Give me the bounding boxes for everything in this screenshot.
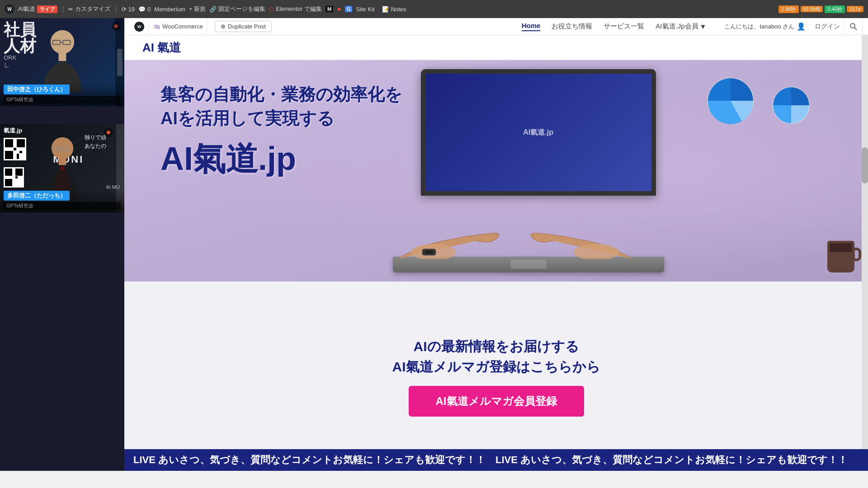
nav-services[interactable]: サービス一覧 bbox=[604, 22, 644, 31]
cta-line1: AIの最新情報をお届けする bbox=[392, 336, 600, 357]
live-badge: ライブ bbox=[37, 5, 57, 13]
customize-button[interactable]: ✏ カスタマイズ bbox=[68, 5, 110, 13]
coffee-cup-area bbox=[827, 241, 854, 272]
hero-section: 集客の自動化・業務の効率化を AIを活用して実現する AI氣道.jp bbox=[124, 60, 868, 282]
performance-badges: 2.96秒 69.9MB 0.40秒 317σ bbox=[778, 5, 863, 13]
bottom-ticker: LIVE あいさつ、気づき、質問などコメントお気軽に！シェアも歓迎です！！ LI… bbox=[124, 449, 868, 471]
video2-site-label: 氣道.jp bbox=[4, 127, 22, 135]
svg-line-11 bbox=[854, 28, 857, 30]
login-button[interactable]: ログイン bbox=[810, 18, 845, 35]
new-post-button[interactable]: + 新規 bbox=[189, 5, 206, 13]
nav-member[interactable]: AI氣道.Jp会員 ▼ bbox=[656, 22, 706, 31]
perf-speed-badge[interactable]: 0.40秒 bbox=[825, 5, 844, 13]
video-panel-1: 社員 人材 ORK し bbox=[0, 18, 124, 106]
perf-sigma-badge[interactable]: 317σ bbox=[847, 6, 863, 12]
edit-page-button[interactable]: 🔗 固定ページを編集 bbox=[209, 5, 265, 13]
video-name-bar-1: 田中啓之（ひろくん） GPTs研究会 bbox=[0, 83, 124, 106]
site-navigation: Home お役立ち情報 サービス一覧 AI氣道.Jp会員 ▼ bbox=[522, 22, 707, 31]
video-sidebar: 社員 人材 ORK し bbox=[0, 18, 124, 471]
content-area: W 🛍 WooCommerce ⊕ Duplicate Post Home bbox=[124, 18, 868, 471]
video-group-badge-1: GPTs研究会 bbox=[4, 96, 121, 103]
qr-code-1 bbox=[4, 138, 26, 160]
perf-memory-badge[interactable]: 69.9MB bbox=[801, 6, 823, 12]
user-greeting[interactable]: こんにちは、tanaboo さん 👤 bbox=[720, 18, 810, 35]
svg-point-10 bbox=[850, 23, 855, 28]
search-icon bbox=[849, 23, 858, 31]
scrollbar-thumb[interactable] bbox=[862, 147, 868, 183]
update-icon[interactable]: ⟳ 19 bbox=[122, 6, 135, 13]
svg-rect-4 bbox=[58, 52, 66, 61]
video-name-badge-2: 多田啓二（ただっち） bbox=[4, 191, 70, 201]
svg-rect-17 bbox=[425, 250, 434, 254]
qr-code-2 bbox=[4, 167, 24, 188]
wp-admin-wp-icon[interactable]: W bbox=[130, 18, 149, 35]
site-logo-bar: AI 氣道 bbox=[124, 35, 868, 60]
site-logo[interactable]: AI 氣道 bbox=[142, 40, 181, 56]
ticker-text: LIVE あいさつ、気づき、質問などコメントお気軽に！シェアも歓迎です！！ LI… bbox=[124, 453, 848, 467]
comment-button[interactable]: 💬 0 bbox=[138, 6, 151, 13]
memberium-button[interactable]: Memberium bbox=[154, 6, 185, 13]
lower-content: AIの最新情報をお届けする AI氣道メルマガ登録はこちらから AI氣道メルマガ会… bbox=[124, 282, 868, 471]
site-kit-button[interactable]: Site Kit bbox=[356, 6, 374, 13]
cta-line2: AI氣道メルマガ登録はこちらから bbox=[392, 357, 600, 377]
elementor-button[interactable]: ⬡ Elementor で編集 bbox=[269, 5, 322, 13]
laptop-base bbox=[393, 257, 664, 272]
nav-home[interactable]: Home bbox=[522, 22, 541, 31]
cta-button[interactable]: AI氣道メルマガ会員登録 bbox=[409, 386, 584, 417]
woocommerce-button[interactable]: 🛍 WooCommerce bbox=[149, 18, 208, 35]
search-button[interactable] bbox=[845, 18, 863, 35]
browser-toolbar: W AI氣道 ライブ | ✏ カスタマイズ | ⟳ 19 💬 0 Memberi… bbox=[0, 0, 868, 18]
hands-svg bbox=[375, 187, 655, 259]
live-indicator-2 bbox=[104, 128, 113, 137]
m-icon-button[interactable]: M bbox=[326, 6, 333, 12]
duplicate-post-area: ⊕ Duplicate Post bbox=[208, 18, 278, 35]
coffee-cup bbox=[827, 241, 854, 272]
perf-time-badge[interactable]: 2.96秒 bbox=[778, 5, 798, 13]
g-icon-button[interactable]: G bbox=[345, 6, 353, 12]
wp-admin-right: Home お役立ち情報 サービス一覧 AI氣道.Jp会員 ▼ こんにちは、tan… bbox=[522, 18, 863, 35]
duplicate-post-button[interactable]: ⊕ Duplicate Post bbox=[215, 21, 272, 32]
wp-admin-bar: W 🛍 WooCommerce ⊕ Duplicate Post Home bbox=[124, 18, 868, 35]
record-button[interactable]: ● bbox=[337, 5, 341, 13]
laptop-screen: AI氣道.jp bbox=[421, 69, 656, 196]
video-name-bar-2: 多田啓二（ただっち） GPTs研究会 bbox=[0, 189, 124, 212]
main-layout: 社員 人材 ORK し bbox=[0, 18, 868, 471]
cta-text: AIの最新情報をお届けする AI氣道メルマガ登録はこちらから bbox=[392, 336, 600, 377]
video-group-badge-2: GPTs研究会 bbox=[4, 202, 121, 210]
scrollbar[interactable] bbox=[862, 18, 868, 449]
laptop-hands-area: AI氣道.jp bbox=[236, 60, 794, 282]
video-name-badge-1: 田中啓之（ひろくん） bbox=[4, 84, 70, 94]
notes-button[interactable]: 📝 Notes bbox=[382, 6, 406, 13]
svg-rect-9 bbox=[58, 158, 66, 165]
nav-useful-info[interactable]: お役立ち情報 bbox=[552, 22, 592, 31]
wordpress-icon[interactable]: W bbox=[5, 4, 14, 14]
video-panel-2: 氣道.jp bbox=[0, 124, 124, 212]
site-name-toolbar[interactable]: AI氣道 ライブ bbox=[18, 5, 57, 13]
